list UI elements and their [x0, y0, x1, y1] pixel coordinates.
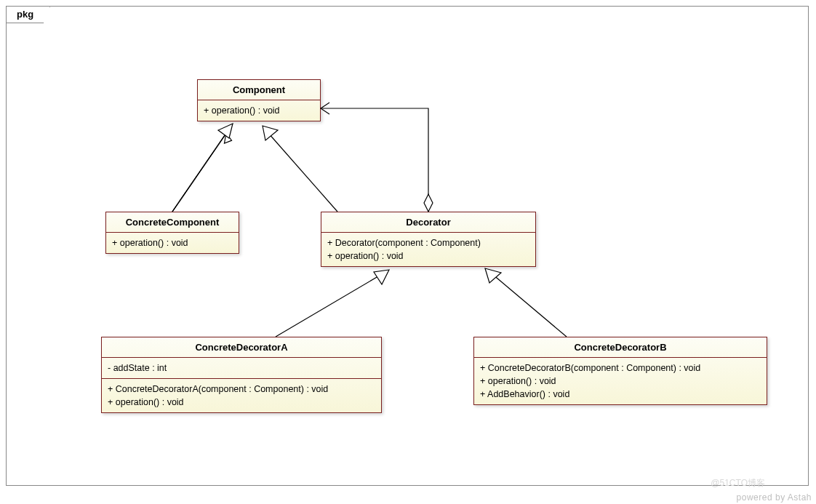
- watermark: @51CTO博客: [711, 477, 765, 489]
- op: + operation() : void: [204, 104, 314, 117]
- svg-line-9: [276, 274, 382, 337]
- class-component: Component + operation() : void: [197, 79, 321, 121]
- class-name: Component: [198, 80, 320, 100]
- package-tab: pkg: [6, 6, 50, 23]
- svg-marker-1: [221, 133, 233, 146]
- class-ops: + ConcreteDecoratorA(component : Compone…: [102, 379, 381, 412]
- svg-line-4: [172, 132, 227, 212]
- op: + operation() : void: [480, 375, 761, 388]
- class-concrete-decorator-b: ConcreteDecoratorB + ConcreteDecoratorB(…: [473, 337, 767, 405]
- class-name: Decorator: [321, 212, 535, 233]
- svg-marker-5: [218, 124, 233, 138]
- op: + operation() : void: [112, 236, 233, 249]
- class-ops: + operation() : void: [198, 100, 320, 121]
- credit-label: powered by Astah: [737, 492, 812, 503]
- op: + ConcreteDecoratorB(component : Compone…: [480, 361, 761, 375]
- rel-gen-cda-decorator: [276, 270, 389, 337]
- op: + Decorator(component : Component): [327, 236, 529, 249]
- svg-marker-7: [263, 126, 278, 140]
- class-concrete-component: ConcreteComponent + operation() : void: [105, 212, 239, 254]
- package-label: pkg: [17, 9, 33, 20]
- svg-marker-8: [424, 194, 433, 212]
- class-attrs: - addState : int: [102, 358, 381, 379]
- class-ops: + operation() : void: [106, 233, 239, 253]
- op: + operation() : void: [327, 249, 529, 263]
- class-name: ConcreteDecoratorA: [102, 337, 381, 358]
- rel-gen-decorator-component: [263, 126, 337, 212]
- svg-marker-3: [220, 123, 236, 139]
- svg-line-0: [172, 133, 226, 212]
- op: + ConcreteDecoratorA(component : Compone…: [108, 383, 375, 396]
- rel-gen-cdb-decorator: [485, 268, 567, 337]
- op: + AddBehavior() : void: [480, 388, 761, 401]
- package-frame: pkg Component + operation() : void Concr…: [6, 6, 809, 486]
- gen-cc-comp-head: [220, 123, 236, 139]
- svg-line-6: [268, 133, 337, 212]
- rel-agg-decorator-component: [321, 103, 433, 212]
- op: + operation() : void: [108, 396, 375, 409]
- svg-line-11: [492, 274, 567, 337]
- rel-gen-concretecomponent-component: [172, 124, 233, 212]
- class-concrete-decorator-a: ConcreteDecoratorA - addState : int + Co…: [101, 337, 382, 413]
- class-decorator: Decorator + Decorator(component : Compon…: [321, 212, 536, 267]
- attr: - addState : int: [108, 361, 375, 375]
- gen-concrete-component-to-component: [172, 133, 233, 212]
- class-ops: + Decorator(component : Component) + ope…: [321, 233, 535, 266]
- svg-marker-12: [485, 268, 501, 283]
- class-name: ConcreteDecoratorB: [474, 337, 767, 358]
- class-name: ConcreteComponent: [106, 212, 239, 233]
- line-cc-comp: [172, 130, 228, 212]
- svg-marker-10: [374, 270, 389, 284]
- class-ops: + ConcreteDecoratorB(component : Compone…: [474, 358, 767, 404]
